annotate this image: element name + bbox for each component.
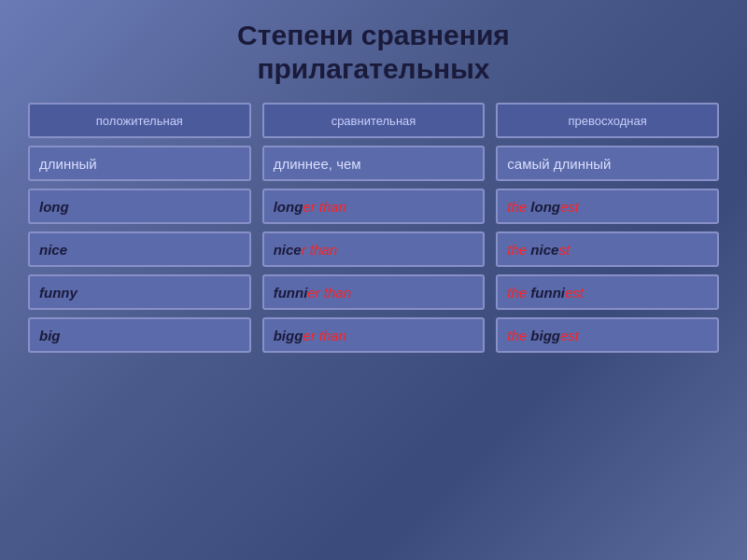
russian-positive: длинный [28,146,251,181]
row-big-superlative: the biggest [496,317,719,353]
row-long-positive: long [28,189,251,224]
row-long-superlative: the longest [496,189,719,224]
row-funny-positive: funny [28,274,251,310]
comparison-grid: положительная сравнительная превосходная… [28,103,719,353]
header-comparative: сравнительная [262,103,486,138]
russian-superlative: самый длинный [496,146,719,181]
row-funny-comparative: funnier than [262,274,486,310]
header-superlative: превосходная [496,103,719,138]
row-funny-superlative: the funniest [496,274,719,310]
row-big-positive: big [28,317,251,353]
page-title: Степени сравнения прилагательных [237,19,510,86]
row-nice-comparative: nicer than [262,231,486,267]
row-big-comparative: bigger than [262,317,486,353]
row-long-comparative: longer than [262,189,486,224]
row-nice-positive: nice [28,231,251,267]
russian-comparative: длиннее, чем [262,146,486,181]
header-positive: положительная [28,103,251,138]
row-nice-superlative: the nicest [496,231,719,267]
